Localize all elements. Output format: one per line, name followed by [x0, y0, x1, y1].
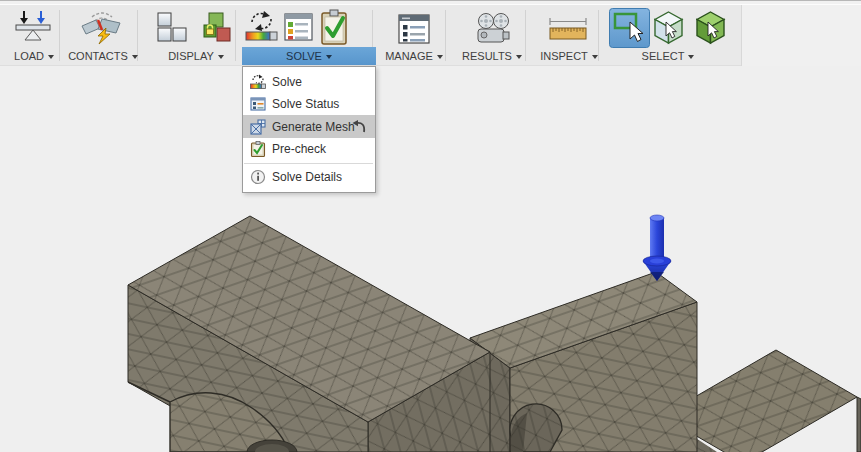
menu-item-label: Generate Mesh: [272, 120, 355, 134]
results-icon[interactable]: [475, 12, 510, 50]
chevron-down-icon: [132, 55, 138, 59]
menu-item-solve-status[interactable]: Solve Status: [243, 93, 375, 115]
chevron-down-icon: [592, 55, 598, 59]
results-dropdown[interactable]: RESULTS: [450, 49, 534, 63]
display-dropdown[interactable]: DISPLAY: [154, 49, 238, 63]
cube-solid-select-icon[interactable]: [696, 11, 726, 49]
cube-wireframe-select-icon[interactable]: [654, 11, 684, 49]
info-icon: [250, 169, 266, 185]
chevron-down-icon: [326, 55, 332, 59]
load-dropdown[interactable]: LOAD: [3, 49, 65, 63]
solve-status-icon[interactable]: [284, 11, 314, 47]
contacts-icon[interactable]: [80, 8, 124, 52]
menu-item-label: Solve Details: [272, 170, 342, 184]
solve-menu: Solve Solve Status: [242, 66, 376, 193]
model-viewport[interactable]: [0, 66, 861, 452]
display-lock-icon[interactable]: [200, 12, 231, 47]
solve-icon[interactable]: [245, 9, 278, 50]
repeat-arrow-icon: [352, 118, 368, 137]
menu-item-label: Pre-check: [272, 142, 326, 156]
display-blocks-icon[interactable]: [157, 12, 188, 47]
chevron-down-icon: [437, 55, 443, 59]
ribbon-toolbar: LOAD CONTACTS: [0, 5, 741, 66]
mesh-model-canvas: [0, 66, 861, 452]
chevron-down-icon: [48, 55, 54, 59]
toolbar-empty-area: [741, 5, 861, 66]
manage-icon[interactable]: [398, 13, 431, 50]
generate-mesh-icon: [250, 119, 266, 135]
window-select-icon[interactable]: [609, 8, 650, 52]
chevron-down-icon: [688, 55, 694, 59]
menu-item-solve[interactable]: Solve: [243, 71, 375, 93]
menu-item-generate-mesh[interactable]: Generate Mesh: [243, 115, 375, 138]
load-icon[interactable]: [14, 9, 52, 49]
contacts-dropdown[interactable]: CONTACTS: [61, 49, 145, 63]
inspect-dropdown[interactable]: INSPECT: [527, 49, 611, 63]
precheck-icon[interactable]: [320, 9, 348, 50]
solve-dropdown[interactable]: SOLVE: [242, 47, 376, 66]
menu-item-label: Solve Status: [272, 97, 339, 111]
menu-item-label: Solve: [272, 75, 302, 89]
select-dropdown[interactable]: SELECT: [626, 49, 710, 63]
manage-dropdown[interactable]: MANAGE: [372, 49, 456, 63]
menu-separator: [244, 163, 373, 164]
menu-item-solve-details[interactable]: Solve Details: [243, 166, 375, 188]
inspect-icon[interactable]: [548, 16, 589, 47]
chevron-down-icon: [516, 55, 522, 59]
precheck-icon: [250, 141, 266, 157]
menu-item-pre-check[interactable]: Pre-check: [243, 138, 375, 160]
solve-status-icon: [250, 96, 266, 112]
chevron-down-icon: [218, 55, 224, 59]
application-window: LOAD CONTACTS: [0, 0, 861, 452]
solve-icon: [250, 74, 266, 90]
